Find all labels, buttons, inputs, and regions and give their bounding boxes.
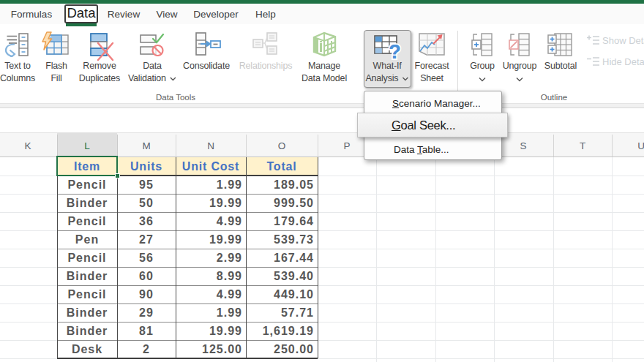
svg-text:?: ? bbox=[389, 41, 401, 60]
